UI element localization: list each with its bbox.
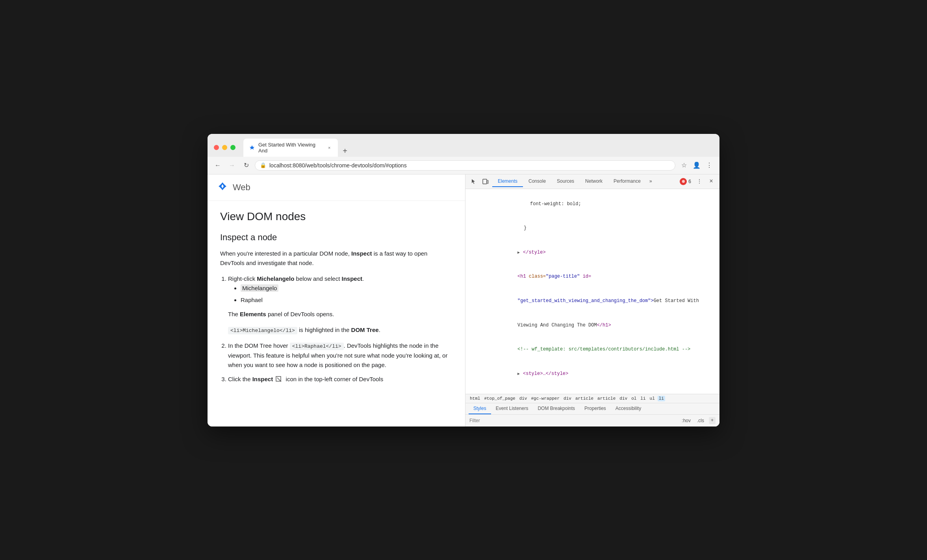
breadcrumb-div1[interactable]: div <box>518 396 528 401</box>
tab-sources[interactable]: Sources <box>551 176 580 187</box>
dom-comment: <!-- wf_template: src/templates/contribu… <box>517 347 690 352</box>
step3-post: icon in the top-left corner of DevTools <box>286 376 384 382</box>
steps-list: Right-click Michelangelo below and selec… <box>228 274 452 384</box>
breadcrumb-li1[interactable]: li <box>639 396 647 401</box>
bookmark-button[interactable]: ☆ <box>679 160 690 171</box>
page-header: Web <box>208 174 465 201</box>
tab-accessibility[interactable]: Accessibility <box>611 403 646 414</box>
artist-michelangelo: Michelangelo <box>241 284 452 293</box>
step1-mid: below and select <box>294 275 341 282</box>
dom-tag: id= <box>580 274 591 279</box>
step1-name: Michelangelo <box>257 275 294 282</box>
dom-line: "get_started_with_viewing_and_changing_t… <box>467 289 718 313</box>
dom-tag: <style>…</style> <box>523 371 568 376</box>
li-raphael-code: <li>Raphael</li> <box>290 343 344 350</box>
tab-network[interactable]: Network <box>580 176 608 187</box>
breadcrumb-article1[interactable]: article <box>574 396 595 401</box>
breadcrumb-div2[interactable]: div <box>562 396 573 401</box>
address-bar[interactable]: 🔒 localhost:8080/web/tools/chrome-devtoo… <box>255 160 675 171</box>
chrome-menu-button[interactable]: ⋮ <box>704 160 715 171</box>
step3-pre: Click the <box>228 376 252 382</box>
svg-rect-2 <box>483 179 487 184</box>
browser-window: Get Started With Viewing And × + ← → ↻ 🔒… <box>208 134 719 426</box>
breadcrumb-ul[interactable]: ul <box>649 396 656 401</box>
tab-properties[interactable]: Properties <box>580 403 611 414</box>
tab-elements[interactable]: Elements <box>492 176 523 187</box>
inspect-element-button[interactable] <box>469 176 479 187</box>
add-style-rule-button[interactable]: + <box>709 417 716 424</box>
web-logo-icon <box>217 181 228 194</box>
intro-text-pre: When you're interested in a particular D… <box>220 250 351 257</box>
devtools-tabs: Elements Console Sources Network Perform… <box>492 176 678 187</box>
tab-dom-breakpoints[interactable]: DOM Breakpoints <box>533 403 580 414</box>
error-badge: ⊗ 6 <box>680 178 691 185</box>
breadcrumb-ol[interactable]: ol <box>630 396 638 401</box>
breadcrumb-top-of-page[interactable]: #top_of_page <box>483 396 516 401</box>
cls-filter[interactable]: .cls <box>695 417 706 424</box>
collapse-triangle[interactable]: ▶ <box>517 250 523 256</box>
nav-actions: ☆ 👤 ⋮ <box>679 160 715 171</box>
step-2: In the DOM Tree hover <li>Raphael</li>. … <box>228 341 452 370</box>
tab-favicon-icon <box>249 145 255 151</box>
dom-highlight-end: . <box>379 326 380 333</box>
inspect-icon <box>276 376 283 383</box>
dom-tree[interactable]: font-weight: bold; } ▶</style> <h1 class… <box>465 189 719 394</box>
close-button[interactable] <box>214 145 219 150</box>
page-content: Web View DOM nodes Inspect a node When y… <box>208 174 465 426</box>
step1-post: . <box>362 275 364 282</box>
breadcrumb-gc-wrapper[interactable]: #gc-wrapper <box>530 396 561 401</box>
breadcrumb-li2[interactable]: li <box>658 396 665 401</box>
minimize-button[interactable] <box>222 145 227 150</box>
back-button[interactable]: ← <box>212 160 223 171</box>
page-body: View DOM nodes Inspect a node When you'r… <box>208 201 465 400</box>
lock-icon: 🔒 <box>260 162 266 168</box>
browser-body: Web View DOM nodes Inspect a node When y… <box>208 174 719 426</box>
step1-action: Inspect <box>341 275 362 282</box>
li-michelangelo-code: <li>Michelangelo</li> <box>228 327 297 334</box>
error-count: 6 <box>688 179 691 184</box>
reload-button[interactable]: ↻ <box>241 160 252 171</box>
error-icon: ⊗ <box>680 178 687 185</box>
devtools-close-button[interactable]: × <box>706 176 716 187</box>
tab-close-button[interactable]: × <box>326 145 332 151</box>
tab-event-listeners[interactable]: Event Listeners <box>491 403 533 414</box>
dom-tag: </h1> <box>597 323 611 328</box>
dom-line: ▶<style>…</style> <box>467 362 718 386</box>
tab-console[interactable]: Console <box>523 176 551 187</box>
is-highlighted-text: is highlighted in the <box>299 326 351 333</box>
dom-line: ▶<section class="wf-byline" itemprop="au… <box>467 386 718 394</box>
traffic-lights <box>214 145 235 150</box>
dom-attr-val: "get_started_with_viewing_and_changing_t… <box>517 298 654 304</box>
account-button[interactable]: 👤 <box>691 160 702 171</box>
device-icon <box>482 178 489 185</box>
tab-styles[interactable]: Styles <box>469 403 491 414</box>
page-intro: When you're interested in a particular D… <box>220 249 452 268</box>
bottom-panel: Styles Event Listeners DOM Breakpoints P… <box>465 403 719 426</box>
collapse-triangle[interactable]: ▶ <box>517 371 523 377</box>
forward-button[interactable]: → <box>226 160 237 171</box>
dom-attr: class= <box>529 274 546 279</box>
cursor-icon <box>471 178 477 185</box>
step-3: Click the Inspect icon in the top-left c… <box>228 375 452 384</box>
elements-panel-text: The Elements panel of DevTools opens. <box>228 310 452 319</box>
maximize-button[interactable] <box>230 145 235 150</box>
tab-performance[interactable]: Performance <box>608 176 646 187</box>
tabs-area: Get Started With Viewing And × + <box>243 139 713 157</box>
hov-filter[interactable]: :hov <box>680 417 692 424</box>
dom-line: Viewing And Changing The DOM</h1> <box>467 313 718 337</box>
breadcrumb-article2[interactable]: article <box>596 396 617 401</box>
device-mode-button[interactable] <box>480 176 491 187</box>
breadcrumb-html[interactable]: html <box>469 396 481 401</box>
svg-rect-3 <box>487 180 488 184</box>
browser-tab[interactable]: Get Started With Viewing And × <box>243 139 338 157</box>
step3-inspect-bold: Inspect <box>252 376 273 382</box>
nav-bar: ← → ↻ 🔒 localhost:8080/web/tools/chrome-… <box>208 157 719 174</box>
filter-input[interactable] <box>469 418 677 423</box>
dom-line: font-weight: bold; <box>467 192 718 217</box>
more-tabs-button[interactable]: » <box>646 177 655 186</box>
devtools-menu-button[interactable]: ⋮ <box>694 176 705 187</box>
bottom-tabs: Styles Event Listeners DOM Breakpoints P… <box>465 403 719 415</box>
dom-text: } <box>524 225 527 231</box>
breadcrumb-div3[interactable]: div <box>618 396 629 401</box>
new-tab-button[interactable]: + <box>339 146 350 157</box>
